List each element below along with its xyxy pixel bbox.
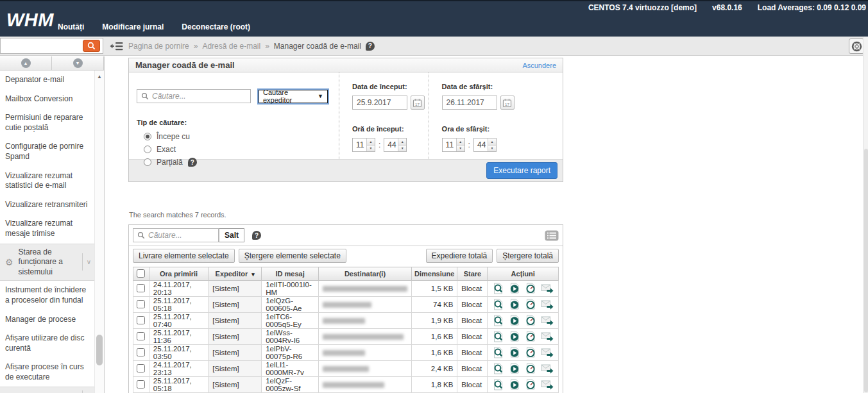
deliver-message-icon[interactable] — [509, 315, 520, 326]
end-minute-stepper[interactable]: 44▲▼ — [473, 138, 497, 152]
view-message-icon[interactable] — [493, 379, 504, 390]
chevron-down-icon[interactable]: ∨ — [82, 253, 93, 271]
forward-message-icon[interactable] — [541, 363, 554, 374]
header-cell[interactable]: Acțiuni — [488, 267, 559, 281]
start-date-calendar-button[interactable]: 17 — [411, 96, 425, 110]
search-type-select[interactable]: Căutare expeditor ▼ — [259, 90, 328, 103]
sidebar-item[interactable]: Depanator e-mail — [0, 71, 94, 90]
deliver-all-button[interactable]: Expediere totală — [426, 249, 493, 263]
unfreeze-message-icon[interactable] — [525, 379, 536, 390]
radio-button-icon[interactable] — [144, 158, 151, 166]
forward-message-icon[interactable] — [541, 315, 554, 326]
delete-all-button[interactable]: Ștergere totală — [497, 249, 559, 263]
select-all-checkbox[interactable] — [137, 269, 145, 278]
row-checkbox[interactable] — [137, 316, 145, 324]
stepper-arrows-icon[interactable]: ▲▼ — [488, 138, 496, 151]
radio-option[interactable]: Exact — [144, 145, 339, 154]
header-cell[interactable]: Expeditor▾ — [208, 267, 262, 281]
deliver-selected-button[interactable]: Livrare elemente selectate — [133, 249, 235, 263]
delete-selected-button[interactable]: Ștergere elemente selectate — [239, 249, 346, 263]
header-cell[interactable]: Dimensiune — [411, 267, 457, 281]
view-message-icon[interactable] — [493, 315, 504, 326]
collapse-sidebar-icon[interactable] — [110, 41, 123, 54]
view-message-icon[interactable] — [493, 331, 504, 342]
row-checkbox[interactable] — [137, 348, 145, 356]
row-checkbox[interactable] — [137, 332, 145, 340]
stepper-arrows-icon[interactable]: ▲▼ — [366, 138, 375, 151]
sidebar-scroll-up-button[interactable]: ▲ — [0, 56, 52, 70]
sidebar-item[interactable]: Permisiuni de reparare cutie poștală — [0, 108, 94, 137]
sidebar-item[interactable]: Vizualizare rezumat statistici de e-mail — [0, 167, 94, 196]
support-button[interactable] — [849, 38, 864, 54]
unfreeze-message-icon[interactable] — [525, 299, 536, 310]
list-view-icon[interactable] — [545, 230, 559, 241]
row-checkbox[interactable] — [137, 284, 145, 292]
header-cell[interactable]: Ora primirii — [149, 267, 208, 281]
row-checkbox[interactable] — [137, 380, 145, 389]
sidebar-section[interactable]: ⚙Starea de funcționare a sistemului∨ — [0, 244, 94, 281]
chevron-down-icon[interactable]: ∨ — [82, 390, 93, 393]
go-button[interactable]: Salt — [219, 228, 244, 242]
view-message-icon[interactable] — [493, 299, 504, 310]
sidebar-section[interactable]: cPcPanel∨ — [0, 387, 94, 393]
sidebar-scrollbar-thumb[interactable] — [96, 335, 103, 365]
sidebar-item[interactable]: Vizualizare retransmiteri — [0, 196, 94, 215]
radio-option[interactable]: Parțială? — [144, 158, 339, 167]
whm-logo[interactable]: WHM — [6, 10, 54, 31]
unfreeze-message-icon[interactable] — [525, 283, 536, 294]
view-message-icon[interactable] — [493, 363, 504, 374]
radio-button-icon[interactable] — [144, 133, 151, 140]
help-icon[interactable]: ? — [366, 42, 375, 51]
start-minute-stepper[interactable]: 44▲▼ — [384, 138, 407, 152]
end-date-calendar-button[interactable]: 17 — [500, 96, 515, 110]
sidebar-item[interactable]: Mailbox Conversion — [0, 90, 94, 109]
sidebar-scroll-down-button[interactable]: ▼ — [52, 56, 104, 70]
sidebar-item[interactable]: Instrument de închidere a proceselor din… — [0, 281, 94, 310]
header-cell[interactable]: ID mesaj — [262, 267, 319, 281]
row-checkbox[interactable] — [137, 300, 145, 308]
forward-message-icon[interactable] — [541, 331, 554, 342]
row-checkbox[interactable] — [137, 364, 145, 372]
radio-button-icon[interactable] — [144, 146, 151, 153]
deliver-message-icon[interactable] — [509, 283, 520, 294]
end-hour-stepper[interactable]: 11▲▼ — [442, 138, 465, 152]
deliver-message-icon[interactable] — [509, 347, 520, 358]
hide-link[interactable]: Ascundere — [522, 62, 556, 69]
start-hour-stepper[interactable]: 11▲▼ — [352, 138, 375, 152]
view-message-icon[interactable] — [493, 283, 504, 294]
deliver-message-icon[interactable] — [509, 363, 520, 374]
sidebar-item[interactable]: Afișare procese în curs de executare — [0, 358, 94, 387]
deliver-message-icon[interactable] — [509, 379, 520, 390]
help-icon[interactable]: ? — [252, 231, 261, 240]
unfreeze-message-icon[interactable] — [525, 347, 536, 358]
page-scrollbar-thumb[interactable] — [864, 149, 868, 392]
navbar-link[interactable]: Deconectare (root) — [182, 22, 250, 31]
search-button[interactable] — [83, 40, 100, 52]
view-message-icon[interactable] — [493, 347, 504, 358]
deliver-message-icon[interactable] — [509, 299, 520, 310]
unfreeze-message-icon[interactable] — [525, 363, 536, 374]
help-icon[interactable]: ? — [188, 158, 197, 167]
navbar-link[interactable]: Modificare jurnal — [102, 22, 164, 31]
stepper-arrows-icon[interactable]: ▲▼ — [398, 138, 406, 151]
unfreeze-message-icon[interactable] — [525, 331, 536, 342]
sidebar-item[interactable]: Vizualizare rezumat mesaje trimise — [0, 214, 94, 243]
form-search-input[interactable] — [152, 92, 246, 101]
breadcrumb-item[interactable]: Adresă de e-mail — [202, 42, 260, 51]
header-cell[interactable]: Stare — [457, 267, 488, 281]
run-report-button[interactable]: Executare raport — [486, 162, 557, 179]
scrollbar-up-arrow-icon[interactable]: ▲ — [97, 74, 102, 79]
forward-message-icon[interactable] — [541, 379, 554, 390]
end-date-input[interactable] — [442, 96, 497, 110]
deliver-message-icon[interactable] — [509, 331, 520, 342]
start-date-input[interactable] — [352, 96, 407, 110]
breadcrumb-item[interactable]: Pagina de pornire — [128, 42, 189, 51]
sidebar-item[interactable]: Afișare utilizare de disc curentă — [0, 329, 94, 358]
unfreeze-message-icon[interactable] — [525, 315, 536, 326]
forward-message-icon[interactable] — [541, 283, 554, 294]
forward-message-icon[interactable] — [541, 299, 554, 310]
stepper-arrows-icon[interactable]: ▲▼ — [456, 138, 464, 151]
radio-option[interactable]: Începe cu — [144, 132, 339, 141]
sidebar-item[interactable]: Configurație de pornire Spamd — [0, 137, 94, 166]
sidebar-item[interactable]: Manager de procese — [0, 310, 94, 330]
